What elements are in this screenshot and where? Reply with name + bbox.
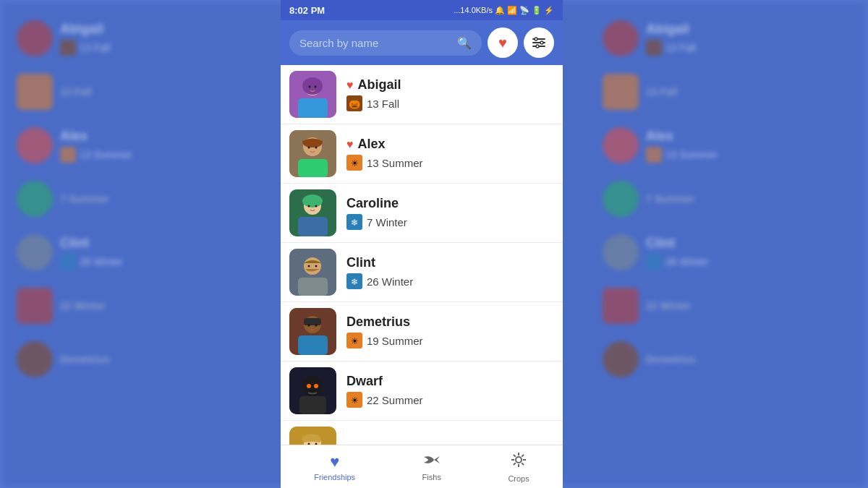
char-name-row: Dwarf [346, 374, 423, 389]
friendships-icon: ♥ [330, 453, 339, 471]
char-avatar [289, 189, 336, 236]
character-item-elliot[interactable]: ♥ Elliot [281, 421, 563, 445]
favorites-button[interactable]: ♥ [488, 27, 518, 58]
svg-text:☀: ☀ [351, 158, 359, 168]
status-bar: 8:02 PM ...14.0KB/s 🔔 📶 📡 🔋 ⚡ [281, 0, 563, 20]
svg-point-26 [315, 205, 318, 207]
svg-point-24 [302, 194, 323, 207]
char-name: Dwarf [346, 374, 383, 389]
character-item-clint[interactable]: Clint ❄ 26 Winter [281, 243, 563, 302]
nav-friendships[interactable]: ♥ Friendships [299, 450, 370, 484]
character-item-demetrius[interactable]: Demetrius ☀ 19 Summer [281, 302, 563, 361]
svg-point-30 [304, 257, 321, 275]
svg-rect-16 [298, 159, 328, 177]
search-input[interactable] [299, 37, 448, 49]
svg-line-65 [514, 463, 516, 465]
birthday-text: 7 Winter [367, 216, 407, 228]
crops-label: Crops [508, 474, 529, 483]
svg-text:❄: ❄ [351, 277, 358, 287]
fish-icon [422, 453, 441, 471]
char-name: Alex [358, 137, 386, 152]
char-info: Caroline ❄ 7 Winter [346, 196, 407, 230]
character-item-dwarf[interactable]: Dwarf ☀ 22 Summer [281, 361, 563, 421]
svg-text:🎃: 🎃 [349, 98, 361, 110]
char-name-row: Caroline [346, 196, 407, 211]
birthday-text: 13 Summer [367, 157, 423, 169]
main-panel: 8:02 PM ...14.0KB/s 🔔 📶 📡 🔋 ⚡ 🔍 ♥ [281, 0, 563, 488]
char-birthday: ☀ 22 Summer [346, 392, 423, 408]
heart-icon: ♥ [346, 138, 354, 151]
char-info: Demetrius ☀ 19 Summer [346, 314, 423, 348]
nav-crops[interactable]: Crops [493, 448, 543, 486]
svg-point-40 [308, 325, 310, 327]
svg-point-48 [314, 384, 318, 388]
crops-icon [510, 451, 527, 473]
char-name: Clint [346, 255, 375, 270]
svg-line-64 [522, 454, 524, 456]
svg-line-63 [522, 463, 524, 465]
characters-list: ♥ Abigail 🎃 13 Fall ♥ Alex [281, 65, 563, 445]
char-birthday: ☀ 19 Summer [346, 333, 423, 348]
svg-point-56 [425, 458, 427, 460]
svg-point-11 [315, 86, 317, 88]
char-name: Demetrius [346, 314, 410, 330]
character-item-abigail[interactable]: ♥ Abigail 🎃 13 Fall [281, 65, 563, 124]
bottom-nav: ♥ Friendships Fishs [281, 445, 563, 488]
status-time: 8:02 PM [289, 5, 325, 16]
char-info: ♥ Alex ☀ 13 Summer [346, 137, 423, 171]
birthday-text: 19 Summer [367, 335, 423, 347]
char-info: ♥ Abigail 🎃 13 Fall [346, 77, 401, 111]
char-name: Caroline [346, 196, 399, 211]
season-icon: ☀ [346, 333, 362, 348]
notification-icon: 🔔 [495, 6, 505, 15]
character-item-caroline[interactable]: Caroline ❄ 7 Winter [281, 184, 563, 243]
char-avatar [289, 249, 336, 296]
svg-point-32 [308, 265, 310, 267]
svg-text:☀: ☀ [351, 395, 359, 406]
season-icon: ❄ [346, 214, 362, 230]
birthday-text: 22 Summer [367, 394, 423, 406]
char-info: Clint ❄ 26 Winter [346, 255, 413, 289]
svg-text:❄: ❄ [351, 218, 358, 228]
svg-point-3 [535, 38, 537, 40]
char-birthday: ❄ 26 Winter [346, 273, 413, 289]
fishs-label: Fishs [422, 473, 441, 481]
season-icon: ☀ [346, 392, 362, 408]
svg-text:☀: ☀ [351, 336, 359, 346]
filter-button[interactable] [524, 27, 554, 58]
svg-point-5 [536, 45, 539, 48]
svg-rect-38 [298, 335, 328, 355]
svg-point-25 [308, 205, 310, 207]
svg-rect-46 [299, 396, 326, 414]
nav-fishs[interactable]: Fishs [408, 450, 456, 484]
signal-icon: 📶 [507, 6, 517, 15]
season-icon: ☀ [346, 155, 362, 171]
season-icon: ❄ [346, 273, 362, 289]
wifi-icon: 📡 [519, 6, 529, 15]
svg-point-10 [309, 86, 311, 88]
search-box-wrapper: 🔍 [289, 30, 482, 56]
char-birthday: ☀ 13 Summer [346, 155, 423, 171]
svg-point-41 [315, 325, 318, 327]
birthday-text: 26 Winter [367, 275, 413, 288]
svg-rect-8 [298, 98, 328, 118]
char-avatar [289, 427, 336, 445]
char-avatar [289, 367, 336, 414]
char-name: Abigail [358, 77, 401, 93]
status-icons: ...14.0KB/s 🔔 📶 📡 🔋 ⚡ [454, 6, 554, 15]
svg-point-57 [516, 457, 522, 463]
char-avatar [289, 71, 336, 118]
svg-point-33 [315, 265, 318, 267]
svg-rect-23 [298, 217, 328, 236]
char-name-row: ♥ Abigail [346, 77, 401, 93]
svg-point-17 [308, 147, 310, 149]
birthday-text: 13 Fall [367, 98, 399, 110]
char-birthday: 🎃 13 Fall [346, 95, 401, 111]
svg-point-4 [540, 41, 543, 44]
search-icon-button[interactable]: 🔍 [457, 36, 472, 50]
char-birthday: ❄ 7 Winter [346, 214, 407, 230]
friendships-label: Friendships [314, 473, 355, 481]
svg-line-62 [514, 454, 516, 456]
charge-icon: ⚡ [544, 6, 554, 15]
character-item-alex[interactable]: ♥ Alex ☀ 13 Summer [281, 124, 563, 184]
